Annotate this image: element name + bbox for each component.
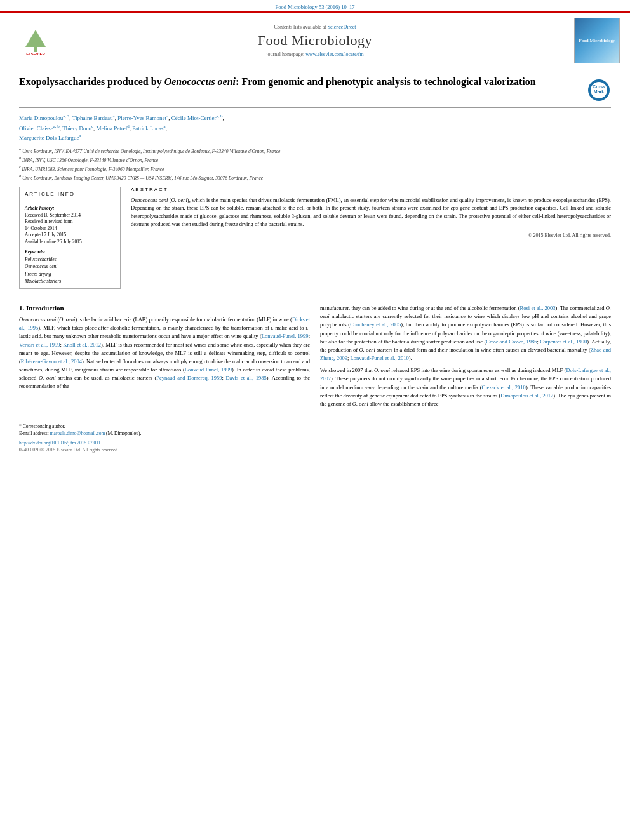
svg-rect-2 bbox=[34, 47, 37, 52]
journal-thumb-label: Food Microbiology bbox=[579, 38, 615, 43]
article-info-box: ARTICLE INFO Article history: Received 1… bbox=[19, 187, 121, 290]
article-title-section: Exopolysaccharides produced by Oenococcu… bbox=[19, 76, 611, 108]
ref-lonvaud1999[interactable]: Lonvaud-Funel, 1999 bbox=[262, 333, 309, 339]
keyword-malolactic: Malolactic starters bbox=[25, 277, 115, 284]
issn-line: 0740-0020/© 2015 Elsevier Ltd. All right… bbox=[19, 447, 611, 453]
received-date: Received 10 September 2014 bbox=[25, 212, 115, 219]
intro-paragraph1: Oenococcus oeni (O. oeni) is the lactic … bbox=[19, 316, 310, 391]
footnotes: * Corresponding author. E-mail address: … bbox=[19, 420, 611, 453]
copyright-line: © 2015 Elsevier Ltd. All rights reserved… bbox=[131, 232, 611, 238]
ref-lonvaud3[interactable]: Lonvaud-Funel et al., 2010 bbox=[350, 355, 408, 361]
homepage-line: journal homepage: www.elsevier.com/locat… bbox=[67, 51, 563, 57]
journal-center-info: Contents lists available at ScienceDirec… bbox=[67, 24, 563, 57]
accepted-date: Accepted 7 July 2015 bbox=[25, 232, 115, 239]
ref-lonvaud2[interactable]: Lonvaud-Funel, 1999 bbox=[185, 366, 232, 373]
ref-knoll[interactable]: Knoll et al., 2012 bbox=[63, 342, 101, 348]
article-title: Exopolysaccharides produced by Oenococcu… bbox=[19, 76, 580, 89]
ref-davis[interactable]: Davis et al., 1985 bbox=[225, 375, 266, 381]
intro-paragraph3: We showed in 2007 that O. oeni released … bbox=[320, 366, 611, 408]
elsevier-logo-svg: ELSEVIER bbox=[13, 25, 58, 57]
logo-right: Food Microbiology bbox=[569, 18, 620, 63]
abstract-title: ABSTRACT bbox=[131, 187, 611, 192]
article-info-column: ARTICLE INFO Article history: Received 1… bbox=[19, 187, 121, 295]
intro-paragraph2: manufacturer, they can be added to wine … bbox=[320, 304, 611, 363]
introduction-section: 1. Introduction Oenococcus oeni (O. oeni… bbox=[19, 304, 611, 412]
history-label: Article history: bbox=[25, 205, 115, 211]
revised-date: 14 October 2014 bbox=[25, 225, 115, 232]
ref-ribereau[interactable]: Ribéreau-Gayon et al., 2004 bbox=[21, 358, 82, 364]
ref-dols2007[interactable]: Dols-Lafargue et al., 2007 bbox=[320, 367, 611, 382]
keyword-polysaccharides: Polysaccharides bbox=[25, 256, 115, 263]
revised-label: Received in revised form bbox=[25, 218, 115, 225]
ref-ciezack[interactable]: Ciezack et al., 2010 bbox=[481, 384, 525, 390]
svg-text:Cross: Cross bbox=[593, 84, 605, 89]
article-info-title: ARTICLE INFO bbox=[25, 191, 115, 197]
affiliations: a Univ. Bordeaux, ISVV, EA 4577 Unité de… bbox=[19, 147, 611, 182]
journal-header: ELSEVIER Contents lists available at Sci… bbox=[0, 11, 630, 69]
doi-line[interactable]: http://dx.doi.org/10.1016/j.fm.2015.07.0… bbox=[19, 440, 611, 446]
author-dimopoulou: Maria Dimopoulou bbox=[19, 115, 63, 121]
crossmark-badge[interactable]: Cross Mark bbox=[587, 78, 611, 102]
corresponding-author-label: * Corresponding author. bbox=[19, 423, 65, 429]
intro-heading: 1. Introduction bbox=[19, 304, 310, 312]
journal-name: Food Microbiology bbox=[67, 32, 563, 49]
citation-text: Food Microbiology 53 (2016) 10–17 bbox=[275, 4, 354, 10]
article-body: ARTICLE INFO Article history: Received 1… bbox=[19, 187, 611, 295]
email-address[interactable]: maroula.dimo@hotmail.com bbox=[50, 430, 105, 436]
affil-d: d Univ. Bordeaux, Bordeaux Imaging Cente… bbox=[19, 173, 611, 182]
main-content: Exopolysaccharides produced by Oenococcu… bbox=[0, 69, 630, 465]
corresponding-author-note: * Corresponding author. bbox=[19, 423, 611, 430]
svg-text:ELSEVIER: ELSEVIER bbox=[26, 52, 45, 56]
author-bardeau: Tiphaine Bardeau bbox=[72, 115, 113, 121]
ref-peynaud[interactable]: Peynaud and Domercq, 1959 bbox=[156, 375, 222, 381]
homepage-url[interactable]: www.elsevier.com/locate/fm bbox=[305, 51, 363, 57]
email-label: E-mail address: bbox=[19, 430, 49, 436]
affil-a: a Univ. Bordeaux, ISVV, EA 4577 Unité de… bbox=[19, 147, 611, 155]
keyword-freeze-drying: Freeze drying bbox=[25, 270, 115, 277]
author-miot-certier: Cécile Miot-Certier bbox=[171, 115, 217, 121]
ref-coucheney[interactable]: Coucheney et al., 2005 bbox=[350, 321, 401, 328]
author-lucas: Patrick Lucas bbox=[132, 125, 163, 131]
email-name: (M. Dimopoulou). bbox=[106, 430, 141, 436]
affil-c: c INRA, UMR1083, Sciences pour l'oenolog… bbox=[19, 164, 611, 173]
ref-versari[interactable]: Versari et al., 1999 bbox=[19, 342, 60, 348]
author-dols-lafargue: Marguerite Dols-Lafargue bbox=[19, 135, 79, 141]
article-title-text: Exopolysaccharides produced by Oenococcu… bbox=[19, 76, 580, 93]
intro-right: manufacturer, they can be added to wine … bbox=[320, 304, 611, 412]
divider bbox=[25, 201, 115, 201]
author-petrel: Melina Petrel bbox=[97, 125, 128, 131]
logo-left: ELSEVIER bbox=[10, 25, 61, 57]
ref-dimopoulou2012[interactable]: Dimopoulou et al., 2012 bbox=[500, 392, 553, 399]
affil-b: b INRA, ISVV, USC 1366 Oenologie, F-3314… bbox=[19, 156, 611, 164]
doi-text[interactable]: http://dx.doi.org/10.1016/j.fm.2015.07.0… bbox=[19, 440, 101, 446]
ref-crow[interactable]: Crow and Crowe, 1986 bbox=[486, 338, 537, 345]
sciencedirect-prefix: Contents lists available at bbox=[274, 24, 328, 30]
email-line: E-mail address: maroula.dimo@hotmail.com… bbox=[19, 430, 611, 437]
online-date: Available online 26 July 2015 bbox=[25, 239, 115, 246]
keywords-label: Keywords: bbox=[25, 249, 115, 255]
svg-text:Mark: Mark bbox=[594, 90, 604, 94]
journal-citation: Food Microbiology 53 (2016) 10–17 bbox=[0, 0, 630, 11]
article-abstract-column: ABSTRACT Oenococcus oeni (O. oeni), whic… bbox=[131, 187, 611, 295]
ref-rosi[interactable]: Rosi et al., 2003 bbox=[520, 305, 556, 311]
author-claisse: Olivier Claisse bbox=[19, 125, 53, 131]
homepage-label: journal homepage: bbox=[266, 51, 304, 57]
intro-left: 1. Introduction Oenococcus oeni (O. oeni… bbox=[19, 304, 310, 412]
author-doco: Thiery Doco bbox=[62, 125, 91, 131]
authors: Maria Dimopouloua, *, Tiphaine Bardeaua,… bbox=[19, 113, 611, 143]
crossmark-icon: Cross Mark bbox=[587, 79, 610, 102]
abstract-text: Oenococcus oeni (O. oeni), which is the … bbox=[131, 196, 611, 229]
ref-carpenter[interactable]: Carpenter et al., 1990 bbox=[540, 338, 587, 345]
sciencedirect-link[interactable]: ScienceDirect bbox=[328, 24, 356, 30]
sciencedirect-line: Contents lists available at ScienceDirec… bbox=[67, 24, 563, 30]
journal-thumbnail: Food Microbiology bbox=[574, 18, 620, 63]
author-ramonet: Pierre-Yves Ramonet bbox=[117, 115, 166, 121]
keyword-oenococcus: Oenococcus oeni bbox=[25, 263, 115, 270]
